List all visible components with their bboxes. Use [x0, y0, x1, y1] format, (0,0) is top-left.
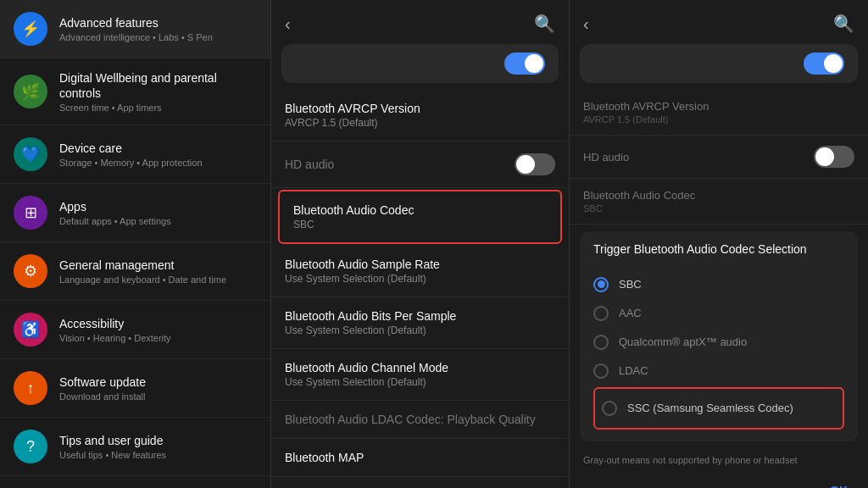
device-care-text: Device careStorage • Memory • App protec… [59, 141, 257, 168]
sidebar-item-digital-wellbeing[interactable]: 🌿Digital Wellbeing and parental controls… [0, 58, 270, 125]
codec-wrapper-aac: AAC [593, 299, 844, 328]
general-management-subtitle: Language and keyboard • Date and time [59, 274, 257, 285]
device-care-title: Device care [59, 141, 257, 156]
dev-option-bluetooth-audio-codec[interactable]: Bluetooth Audio CodecSBC [278, 190, 562, 244]
apps-text: AppsDefault apps • App settings [59, 199, 257, 226]
bluetooth-audio-sample-rate-sub: Use System Selection (Default) [285, 273, 555, 285]
radio-circle-sbc [593, 277, 609, 292]
right-back-button[interactable]: ‹ [583, 14, 589, 34]
sidebar-item-general-management[interactable]: ⚙General managementLanguage and keyboard… [0, 242, 270, 301]
general-management-text: General managementLanguage and keyboard … [59, 258, 257, 285]
software-update-subtitle: Download and install [59, 391, 257, 402]
sidebar-item-advanced-features[interactable]: ⚡Advanced featuresAdvanced intelligence … [0, 0, 270, 58]
on-toggle-row[interactable] [281, 44, 559, 83]
codec-wrapper-qualcomm: Qualcomm® aptX™ audio [593, 328, 844, 357]
right-on-toggle[interactable] [804, 53, 844, 75]
dev-option-hd-audio[interactable]: HD audio [271, 141, 569, 188]
developer-options-right-panel: ‹ 🔍 Bluetooth AVRCP VersionAVRCP 1.5 (De… [570, 0, 868, 488]
digital-wellbeing-subtitle: Screen time • App timers [59, 103, 257, 113]
sidebar-item-tips-user-guide[interactable]: ?Tips and user guideUseful tips • New fe… [0, 418, 270, 476]
apps-icon: ⊞ [14, 196, 47, 230]
bluetooth-audio-channel-sub: Use System Selection (Default) [285, 376, 555, 388]
radio-item-ssc[interactable]: SSC (Samsung Seamless Codec) [602, 394, 836, 423]
bluetooth-audio-codec-title: Bluetooth Audio Codec [293, 203, 547, 217]
dev-option-bluetooth-audio-sample-rate[interactable]: Bluetooth Audio Sample RateUse System Se… [271, 246, 569, 297]
right-bluetooth-audio-codec-title: Bluetooth Audio Codec [583, 189, 854, 202]
bluetooth-avrcp-title: Bluetooth AVRCP Version [285, 102, 555, 115]
apps-subtitle: Default apps • App settings [59, 216, 257, 226]
tips-user-guide-icon: ? [14, 430, 47, 463]
digital-wellbeing-title: Digital Wellbeing and parental controls [59, 70, 257, 101]
right-header: ‹ 🔍 [570, 0, 868, 44]
dev-option-bluetooth-avrcp[interactable]: Bluetooth AVRCP VersionAVRCP 1.5 (Defaul… [271, 90, 569, 141]
right-option-bluetooth-avrcp[interactable]: Bluetooth AVRCP VersionAVRCP 1.5 (Defaul… [570, 90, 868, 136]
device-care-icon: 💙 [14, 137, 47, 171]
software-update-text: Software updateDownload and install [59, 374, 257, 402]
apps-title: Apps [59, 199, 257, 214]
hd-audio-toggle[interactable] [515, 153, 555, 175]
digital-wellbeing-icon: 🌿 [14, 75, 47, 108]
sidebar-item-accessibility[interactable]: ♿AccessibilityVision • Hearing • Dexteri… [0, 301, 270, 359]
sidebar-item-about-phone[interactable]: ℹAbout phoneStatus • Legal information •… [0, 476, 270, 488]
settings-left-panel: ⚡Advanced featuresAdvanced intelligence … [0, 0, 271, 488]
advanced-features-subtitle: Advanced intelligence • Labs • S Pen [59, 32, 257, 42]
tips-user-guide-subtitle: Useful tips • New features [59, 450, 257, 460]
radio-circle-qualcomm [593, 335, 609, 350]
advanced-features-title: Advanced features [59, 15, 257, 30]
codec-wrapper-sbc: SBC [593, 270, 844, 299]
radio-circle-ldac [593, 363, 609, 379]
dev-option-bluetooth-audio-channel[interactable]: Bluetooth Audio Channel ModeUse System S… [271, 349, 569, 401]
bluetooth-audio-bits-sub: Use System Selection (Default) [285, 324, 555, 336]
back-button[interactable]: ‹ [285, 14, 291, 34]
gray-note: Gray-out means not supported by phone or… [570, 448, 868, 472]
bluetooth-ldac-title: Bluetooth Audio LDAC Codec: Playback Qua… [285, 413, 555, 426]
sidebar-item-apps[interactable]: ⊞AppsDefault apps • App settings [0, 184, 270, 242]
right-bluetooth-avrcp-title: Bluetooth AVRCP Version [583, 100, 854, 113]
device-care-subtitle: Storage • Memory • App protection [59, 158, 257, 168]
right-bluetooth-audio-codec-sub: SBC [583, 203, 854, 214]
bluetooth-audio-sample-rate-title: Bluetooth Audio Sample Rate [285, 258, 555, 271]
dev-option-bluetooth-ldac[interactable]: Bluetooth Audio LDAC Codec: Playback Qua… [271, 401, 569, 439]
middle-header: ‹ 🔍 [271, 0, 569, 44]
bluetooth-map-title: Bluetooth MAP [285, 451, 555, 464]
search-button[interactable]: 🔍 [534, 14, 555, 34]
software-update-icon: ↑ [14, 371, 47, 405]
accessibility-icon: ♿ [14, 313, 47, 347]
dev-option-bluetooth-pbap[interactable]: Bluetooth PBAP [271, 477, 569, 488]
right-hd-audio-title: HD audio [583, 151, 629, 164]
advanced-features-icon: ⚡ [14, 12, 47, 46]
codec-selection-box: Trigger Bluetooth Audio Codec SelectionS… [580, 231, 858, 441]
radio-item-qualcomm[interactable]: Qualcomm® aptX™ audio [593, 328, 844, 357]
tips-user-guide-title: Tips and user guide [59, 433, 257, 448]
radio-item-sbc[interactable]: SBC [593, 270, 844, 299]
dev-option-bluetooth-audio-bits[interactable]: Bluetooth Audio Bits Per SampleUse Syste… [271, 297, 569, 349]
dev-option-bluetooth-map[interactable]: Bluetooth MAP [271, 439, 569, 477]
right-bluetooth-avrcp-sub: AVRCP 1.5 (Default) [583, 114, 854, 125]
radio-circle-ssc [602, 401, 617, 416]
right-search-button[interactable]: 🔍 [833, 14, 854, 34]
digital-wellbeing-text: Digital Wellbeing and parental controlsS… [59, 70, 257, 113]
highlighted-codec-ssc: SSC (Samsung Seamless Codec) [593, 387, 844, 430]
right-on-toggle-row [580, 44, 858, 83]
radio-item-ldac[interactable]: LDAC [593, 357, 844, 385]
right-option-bluetooth-audio-codec[interactable]: Bluetooth Audio CodecSBC [570, 179, 868, 225]
right-hd-audio-toggle[interactable] [814, 146, 854, 168]
right-option-hd-audio[interactable]: HD audio [570, 136, 868, 179]
ok-button-row: OK [570, 472, 868, 488]
codec-wrapper-ldac: LDAC [593, 357, 844, 385]
on-toggle[interactable] [504, 53, 545, 75]
radio-label-sbc: SBC [619, 278, 642, 291]
radio-label-qualcomm: Qualcomm® aptX™ audio [619, 336, 747, 348]
radio-circle-aac [593, 306, 609, 321]
accessibility-text: AccessibilityVision • Hearing • Dexterit… [59, 316, 257, 343]
software-update-title: Software update [59, 374, 257, 390]
radio-item-aac[interactable]: AAC [593, 299, 844, 328]
ok-button[interactable]: OK [823, 480, 854, 488]
developer-options-panel: ‹ 🔍 Bluetooth AVRCP VersionAVRCP 1.5 (De… [271, 0, 570, 488]
general-management-title: General management [59, 258, 257, 273]
sidebar-item-software-update[interactable]: ↑Software updateDownload and install [0, 359, 270, 418]
bluetooth-avrcp-sub: AVRCP 1.5 (Default) [285, 117, 555, 129]
accessibility-subtitle: Vision • Hearing • Dexterity [59, 333, 257, 343]
sidebar-item-device-care[interactable]: 💙Device careStorage • Memory • App prote… [0, 125, 270, 184]
codec-selection-title: Trigger Bluetooth Audio Codec Selection [593, 241, 844, 258]
